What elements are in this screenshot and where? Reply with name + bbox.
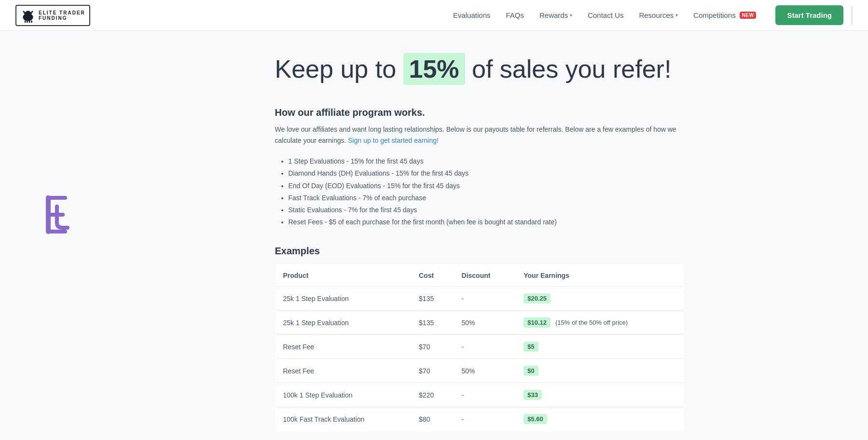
navbar-divider [851,6,853,25]
cell-discount: - [454,383,516,407]
col-header-earnings: Your Earnings [516,265,684,287]
hero-suffix: of sales you refer! [472,55,671,83]
cell-product: 25k 1 Step Evaluation [275,287,411,311]
svg-rect-6 [29,20,30,22]
earnings-badge: $33 [524,390,542,400]
cell-cost: $135 [411,287,454,311]
examples-section: Examples Product Cost Discount Your Earn… [275,246,684,431]
start-trading-button[interactable]: Start Trading [775,5,843,25]
nav-item-evaluations[interactable]: Evaluations [453,11,491,19]
col-header-product: Product [275,265,411,287]
svg-rect-4 [25,20,26,22]
nav-item-competitions[interactable]: Competitions NEW [693,11,756,19]
list-item: 1 Step Evaluations - 15% for the first 4… [289,155,684,167]
cell-earnings: $20.25 [516,287,684,311]
cell-earnings: $10.12 (15% of the 50% off price) [516,311,684,335]
cell-earnings: $33 [516,383,684,407]
cell-discount: - [454,407,516,431]
earnings-badge: $5 [524,342,538,352]
cell-cost: $80 [411,407,454,431]
nav-link-competitions[interactable]: Competitions NEW [693,11,756,19]
hero-prefix: Keep up to [275,55,397,83]
nav-link-faqs[interactable]: FAQs [506,11,524,19]
logo[interactable]: ELITE TRADER FUNDING [15,5,90,26]
list-item: Reset Fees - $5 of each purchase for the… [289,216,684,228]
list-item: Diamond Hands (DH) Evaluations - 15% for… [289,167,684,179]
new-badge: NEW [740,12,757,19]
nav-link-resources[interactable]: Resources ▾ [639,11,678,19]
main-content: Keep up to 15% of sales you refer! How o… [169,31,700,440]
table-row: Reset Fee $70 - $5 [275,335,684,359]
nav-link-contact-us[interactable]: Contact Us [588,11,623,19]
cell-product: Reset Fee [275,335,411,359]
nav-menu: Evaluations FAQs Rewards ▾ Contact Us Re… [453,11,757,19]
logo-text: ELITE TRADER FUNDING [39,10,85,21]
cell-discount: 50% [454,359,516,383]
cell-earnings: $0 [516,359,684,383]
sign-up-link[interactable]: Sign up to get started earning! [348,137,439,144]
hero-highlight: 15% [403,53,465,85]
affiliate-section: How our affiliate program works. We love… [275,107,684,228]
cell-earnings: $5.60 [516,407,684,431]
table-row: 100k 1 Step Evaluation $220 - $33 [275,383,684,407]
cell-product: 100k Fast Track Evaluation [275,407,411,431]
hero-title: Keep up to 15% of sales you refer! [275,54,684,84]
table-header-row: Product Cost Discount Your Earnings [275,265,684,287]
nav-link-evaluations[interactable]: Evaluations [453,11,491,19]
earnings-badge: $20.25 [524,293,551,303]
chevron-down-icon: ▾ [675,13,678,18]
cell-earnings: $5 [516,335,684,359]
svg-rect-5 [27,20,28,22]
nav-link-rewards[interactable]: Rewards ▾ [539,11,572,19]
cell-cost: $220 [411,383,454,407]
earnings-badge: $0 [524,366,538,376]
cell-discount: 50% [454,311,516,335]
chevron-down-icon: ▾ [570,13,572,18]
list-item: Static Evaluations - 7% for the first 45… [289,204,684,216]
cell-cost: $70 [411,359,454,383]
table-row: 100k Fast Track Evaluation $80 - $5.60 [275,407,684,431]
col-header-cost: Cost [411,265,454,287]
col-header-discount: Discount [454,265,516,287]
nav-item-resources[interactable]: Resources ▾ [639,11,678,19]
earnings-note: (15% of the 50% off price) [555,319,628,326]
examples-table: Product Cost Discount Your Earnings 25k … [275,264,684,431]
nav-item-contact-us[interactable]: Contact Us [588,11,623,19]
nav-item-faqs[interactable]: FAQs [506,11,524,19]
svg-point-3 [30,12,32,14]
table-row: 25k 1 Step Evaluation $135 50% $10.12 (1… [275,311,684,335]
table-row: 25k 1 Step Evaluation $135 - $20.25 [275,287,684,311]
cell-discount: - [454,287,516,311]
examples-title: Examples [275,246,684,257]
table-row: Reset Fee $70 50% $0 [275,359,684,383]
navbar: ELITE TRADER FUNDING Evaluations FAQs Re… [0,0,868,31]
bullet-list: 1 Step Evaluations - 15% for the first 4… [275,155,684,228]
logo-watermark [39,193,77,238]
earnings-badge: $5.60 [524,414,547,424]
list-item: End Of Day (EOD) Evaluations - 15% for t… [289,180,684,192]
earnings-badge: $10.12 [524,317,551,328]
svg-rect-7 [31,20,32,22]
cell-cost: $70 [411,335,454,359]
cell-product: 100k 1 Step Evaluation [275,383,411,407]
list-item: Fast Track Evaluations - 7% of each purc… [289,192,684,204]
logo-bull-icon [20,8,36,23]
cell-product: 25k 1 Step Evaluation [275,311,411,335]
cell-product: Reset Fee [275,359,411,383]
svg-point-2 [24,12,26,14]
cell-discount: - [454,335,516,359]
cell-cost: $135 [411,311,454,335]
section-description: We love our affiliates and want long las… [275,124,684,146]
section-title: How our affiliate program works. [275,107,684,118]
nav-item-rewards[interactable]: Rewards ▾ [539,11,572,19]
